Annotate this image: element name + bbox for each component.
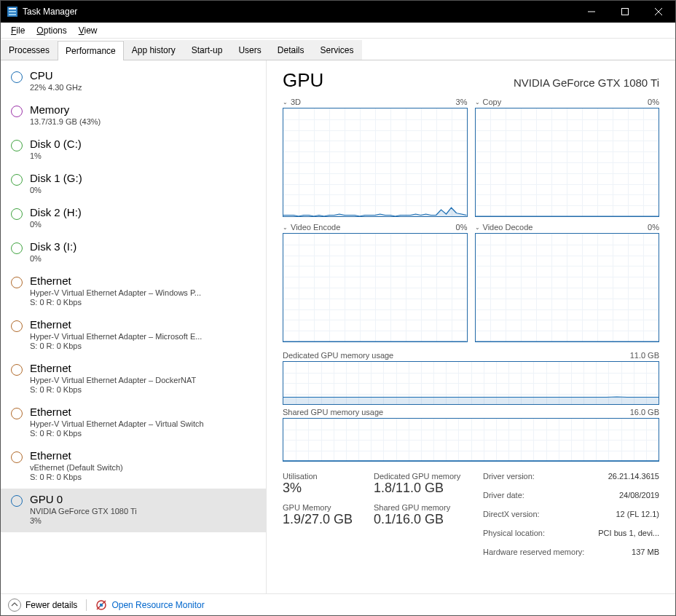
info-row: DirectX version:12 (FL 12.1) bbox=[483, 510, 659, 518]
chevron-down-icon: ⌄ bbox=[283, 224, 288, 231]
sidebar-item-11[interactable]: GPU 0NVIDIA GeForce GTX 1080 Ti3% bbox=[1, 489, 266, 532]
status-ring-icon bbox=[11, 408, 23, 419]
minimize-button[interactable] bbox=[575, 1, 608, 23]
chart-name: Copy bbox=[483, 98, 502, 106]
info-key: Driver date: bbox=[483, 491, 524, 499]
info-key: Driver version: bbox=[483, 472, 535, 481]
chart-engine-select[interactable]: ⌄Video Decode bbox=[475, 223, 533, 232]
sidebar-item-title: Disk 1 (G:) bbox=[30, 172, 256, 184]
tab-performance[interactable]: Performance bbox=[58, 41, 124, 60]
info-row: Driver date:24/08/2019 bbox=[483, 491, 659, 499]
sidebar-item-title: Memory bbox=[30, 103, 256, 116]
chart-engine-select[interactable]: ⌄Video Encode bbox=[283, 223, 340, 232]
sidebar-item-title: Disk 0 (C:) bbox=[30, 138, 256, 150]
status-ring-icon bbox=[11, 242, 23, 254]
sidebar-item-8[interactable]: EthernetHyper-V Virtual Ethernet Adapter… bbox=[1, 358, 266, 401]
sidebar-item-sub2: S: 0 R: 0 Kbps bbox=[30, 429, 256, 438]
dedmem-value: 1.8/11.0 GB bbox=[374, 481, 476, 496]
sidebar-item-sub: 22% 4.30 GHz bbox=[30, 83, 256, 92]
util-value: 3% bbox=[283, 481, 366, 496]
status-ring-icon bbox=[11, 106, 23, 117]
sidebar-item-5[interactable]: Disk 3 (I:)0% bbox=[1, 236, 266, 270]
tab-start-up[interactable]: Start-up bbox=[184, 40, 231, 60]
menu-view[interactable]: View bbox=[73, 24, 103, 37]
sidebar-item-sub2: 3% bbox=[30, 516, 256, 525]
device-name: NVIDIA GeForce GTX 1080 Ti bbox=[514, 76, 659, 89]
tab-app-history[interactable]: App history bbox=[124, 40, 184, 60]
sidebar-item-sub: vEthernet (Default Switch) bbox=[30, 463, 256, 472]
sidebar-item-title: Ethernet bbox=[30, 406, 256, 418]
sidebar-item-9[interactable]: EthernetHyper-V Virtual Ethernet Adapter… bbox=[1, 401, 266, 445]
sidebar-item-sub2: S: 0 R: 0 Kbps bbox=[30, 385, 256, 394]
fewer-details-link[interactable]: Fewer details bbox=[25, 600, 77, 610]
chart-name: 3D bbox=[291, 98, 301, 106]
sidebar: CPU22% 4.30 GHzMemory13.7/31.9 GB (43%)D… bbox=[1, 60, 267, 593]
sidebar-item-sub: 0% bbox=[30, 186, 256, 194]
sidebar-item-title: CPU bbox=[30, 69, 256, 82]
sidebar-item-7[interactable]: EthernetHyper-V Virtual Ethernet Adapter… bbox=[1, 314, 266, 358]
sidebar-item-sub: NVIDIA GeForce GTX 1080 Ti bbox=[30, 507, 256, 516]
sidebar-item-title: Disk 3 (I:) bbox=[30, 240, 256, 253]
menu-file[interactable]: File bbox=[5, 24, 31, 37]
page-title: GPU bbox=[283, 69, 323, 92]
sidebar-item-sub: 13.7/31.9 GB (43%) bbox=[30, 117, 256, 126]
tab-services[interactable]: Services bbox=[312, 40, 361, 60]
info-row: Hardware reserved memory:137 MB bbox=[483, 548, 659, 556]
footer-separator bbox=[86, 599, 87, 611]
tabs: ProcessesPerformanceApp historyStart-upU… bbox=[1, 40, 675, 60]
tab-users[interactable]: Users bbox=[230, 40, 269, 60]
info-key: DirectX version: bbox=[483, 510, 540, 518]
close-button[interactable] bbox=[642, 1, 675, 23]
open-resource-monitor-link[interactable]: Open Resource Monitor bbox=[111, 600, 204, 610]
chart-name: Video Decode bbox=[483, 223, 533, 232]
footer: Fewer details Open Resource Monitor bbox=[1, 593, 675, 615]
gpumem-value: 1.9/27.0 GB bbox=[283, 512, 366, 527]
sidebar-item-sub2: S: 0 R: 0 Kbps bbox=[30, 298, 256, 307]
stats: Utilisation 3% GPU Memory 1.9/27.0 GB De… bbox=[283, 472, 659, 559]
sidebar-item-1[interactable]: Memory13.7/31.9 GB (43%) bbox=[1, 99, 266, 133]
info-row: Physical location:PCI bus 1, devi... bbox=[483, 529, 659, 537]
sidebar-item-sub: Hyper-V Virtual Ethernet Adapter – Virtu… bbox=[30, 419, 256, 428]
chart-engine-select[interactable]: ⌄3D bbox=[283, 98, 301, 106]
status-ring-icon bbox=[11, 320, 23, 332]
sidebar-item-10[interactable]: EthernetvEthernet (Default Switch)S: 0 R… bbox=[1, 445, 266, 489]
svg-rect-5 bbox=[622, 9, 629, 15]
sidebar-item-3[interactable]: Disk 1 (G:)0% bbox=[1, 167, 266, 202]
chart-pct: 0% bbox=[648, 98, 659, 106]
chevron-down-icon: ⌄ bbox=[475, 224, 480, 231]
chart-engine-select[interactable]: ⌄Copy bbox=[475, 98, 502, 106]
collapse-icon[interactable] bbox=[8, 599, 21, 612]
info-key: Physical location: bbox=[483, 529, 545, 537]
sidebar-item-2[interactable]: Disk 0 (C:)1% bbox=[1, 133, 266, 167]
mem1-max: 11.0 GB bbox=[630, 351, 659, 360]
status-ring-icon bbox=[11, 495, 23, 507]
sidebar-item-title: Ethernet bbox=[30, 318, 256, 331]
dedmem-label: Dedicated GPU memory bbox=[374, 472, 476, 481]
sidebar-item-0[interactable]: CPU22% 4.30 GHz bbox=[1, 65, 266, 99]
maximize-button[interactable] bbox=[608, 1, 642, 23]
menubar: File Options View bbox=[1, 23, 675, 39]
svg-rect-2 bbox=[9, 11, 16, 12]
status-ring-icon bbox=[11, 364, 23, 376]
sidebar-item-sub: Hyper-V Virtual Ethernet Adapter – Docke… bbox=[30, 376, 256, 384]
svg-rect-3 bbox=[9, 14, 16, 15]
status-ring-icon bbox=[11, 277, 23, 288]
menu-options[interactable]: Options bbox=[31, 24, 72, 37]
status-ring-icon bbox=[11, 174, 23, 186]
chart-3d bbox=[283, 108, 468, 217]
gpumem-label: GPU Memory bbox=[283, 503, 366, 512]
chart-pct: 3% bbox=[456, 98, 468, 106]
sidebar-item-4[interactable]: Disk 2 (H:)0% bbox=[1, 202, 266, 236]
tab-processes[interactable]: Processes bbox=[1, 40, 58, 60]
info-value: 137 MB bbox=[632, 548, 659, 556]
status-ring-icon bbox=[11, 451, 23, 463]
tab-details[interactable]: Details bbox=[270, 40, 313, 60]
sidebar-item-6[interactable]: EthernetHyper-V Virtual Ethernet Adapter… bbox=[1, 270, 266, 314]
info-row: Driver version:26.21.14.3615 bbox=[483, 472, 659, 481]
info-value: PCI bus 1, devi... bbox=[598, 529, 659, 537]
info-value: 26.21.14.3615 bbox=[608, 472, 659, 481]
chart-shared-mem bbox=[283, 418, 659, 462]
chart-video-encode bbox=[283, 233, 468, 342]
sidebar-item-sub: Hyper-V Virtual Ethernet Adapter – Windo… bbox=[30, 288, 256, 297]
chevron-down-icon: ⌄ bbox=[283, 99, 288, 106]
